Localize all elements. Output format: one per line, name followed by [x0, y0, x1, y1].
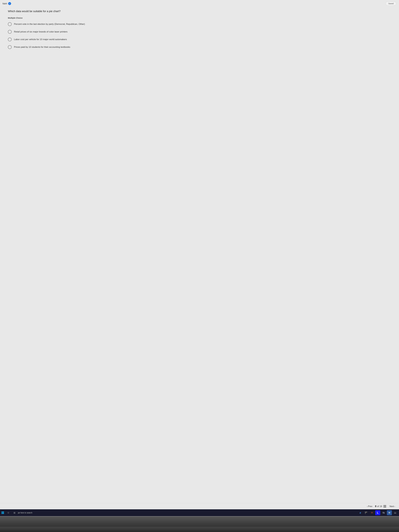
word-icon[interactable]: W	[387, 510, 392, 515]
radio-c[interactable]	[8, 38, 12, 41]
option-c[interactable]: Labor cost per vehicle for 10 major worl…	[8, 38, 391, 41]
taskbar-app-icons: e 🏴 ✉ L 🛍 W 🗂	[358, 510, 398, 515]
prev-chevron-icon: ‹	[367, 505, 367, 507]
file-icon[interactable]: 🏴	[364, 510, 369, 515]
laptop-bezel	[0, 516, 399, 527]
start-button[interactable]	[1, 511, 4, 514]
question-type-label: Multiple Choice	[8, 17, 391, 19]
taskbar-search-label: pe here to search	[18, 512, 44, 514]
current-page: 8	[375, 505, 376, 508]
bottom-nav: ‹ Prev 8 of 19 Next ›	[0, 503, 399, 509]
next-button[interactable]: Next ›	[390, 505, 395, 508]
radio-d[interactable]	[8, 45, 12, 49]
store-icon[interactable]: 🛍	[381, 510, 386, 515]
l-app-icon[interactable]: L	[375, 510, 380, 515]
option-a-label: Percent vote in the last election by par…	[14, 23, 85, 25]
saved-badge: Saved	[386, 2, 396, 6]
option-b[interactable]: Retail prices of six major brands of col…	[8, 30, 391, 34]
edge-icon[interactable]: e	[358, 510, 363, 515]
windows-icon	[2, 512, 4, 514]
search-circle-icon[interactable]: ○	[6, 510, 11, 515]
grid-icon	[384, 505, 386, 508]
info-icon[interactable]: i	[8, 2, 11, 5]
extra-icon[interactable]: 🗂	[393, 510, 398, 515]
mail-icon[interactable]: ✉	[369, 510, 374, 515]
prev-button[interactable]: ‹ Prev	[367, 505, 373, 508]
page-indicator: 8 of 19	[375, 505, 387, 508]
taskbar: ○ ⊟ pe here to search e 🏴 ✉ L 🛍 W 🗂	[0, 509, 399, 516]
laptop-base	[0, 527, 399, 532]
radio-b[interactable]	[8, 30, 12, 34]
app-name-label: kam	[3, 2, 7, 5]
radio-a[interactable]	[8, 22, 12, 26]
option-d-label: Prices paid by 10 students for their acc…	[14, 46, 70, 48]
next-chevron-icon: ›	[394, 505, 395, 507]
app-title: kam i	[3, 2, 11, 5]
options-list: Percent vote in the last election by par…	[8, 22, 391, 49]
task-view-icon[interactable]: ⊟	[12, 510, 17, 515]
option-c-label: Labor cost per vehicle for 10 major worl…	[14, 38, 67, 41]
question-area: Which data would be suitable for a pie c…	[0, 7, 399, 503]
question-text: Which data would be suitable for a pie c…	[8, 10, 391, 13]
option-d[interactable]: Prices paid by 10 students for their acc…	[8, 45, 391, 49]
option-a[interactable]: Percent vote in the last election by par…	[8, 22, 391, 26]
option-b-label: Retail prices of six major brands of col…	[14, 31, 67, 33]
top-bar: kam i Saved	[0, 0, 399, 7]
of-label: of	[377, 505, 379, 508]
total-pages: 19	[380, 505, 382, 508]
